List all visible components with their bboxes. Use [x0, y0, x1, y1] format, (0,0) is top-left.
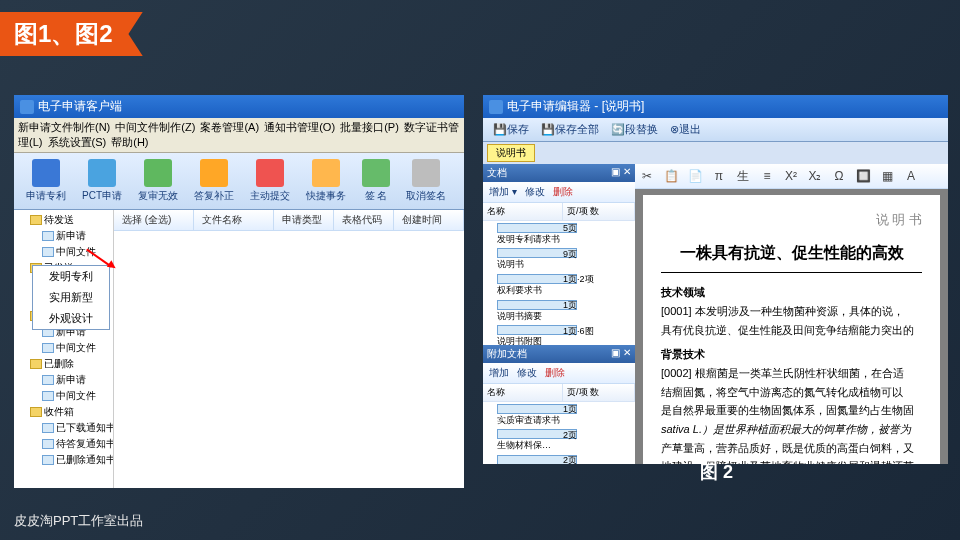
menu-item[interactable]: 系统设置(S) — [48, 136, 107, 148]
toolbar-button[interactable]: 快捷事务 — [298, 157, 354, 205]
file-icon — [42, 247, 54, 257]
tree-item[interactable]: 收件箱 — [16, 404, 111, 420]
list-item[interactable]: 说明书附图1页·6图 — [483, 324, 635, 346]
titlebar-1: 电子申请客户端 — [14, 95, 464, 118]
tree-item[interactable]: 待答复通知书 — [16, 436, 111, 452]
tree-item[interactable]: 已下载通知书 — [16, 420, 111, 436]
toolbar-icon: 🔄 — [611, 123, 625, 136]
tab-strip: 说明书 — [483, 142, 948, 164]
toolbar-button[interactable]: 🔄 段替换 — [605, 120, 664, 139]
folder-icon — [30, 407, 42, 417]
app-icon — [20, 100, 34, 114]
section-heading: 技术领域 — [661, 283, 922, 302]
left-pane: 文档▣ ✕ 增加 ▾ 修改 删除 名称页/项 数 发明专利请求书5页说明书9页权… — [483, 164, 635, 464]
paragraph: 产草量高，营养品质好，既是优质的高蛋白饲料，又 — [661, 439, 922, 458]
dropdown-item[interactable]: 实用新型 — [33, 287, 109, 308]
add-button[interactable]: 增加 ▾ — [485, 184, 521, 200]
doc-list[interactable]: 名称页/项 数 发明专利请求书5页说明书9页权利要求书1页·2项说明书摘要1页说… — [483, 203, 635, 345]
list-header: 选择 (全选) 文件名称 申请类型 表格代码 创建时间 — [114, 210, 464, 231]
folder-icon — [30, 359, 42, 369]
file-icon — [42, 423, 54, 433]
list-item[interactable]: 发明专利请求书5页 — [483, 221, 635, 247]
tree-item[interactable]: 已删除 — [16, 356, 111, 372]
tree-item[interactable]: 待发送 — [16, 212, 111, 228]
tree-item[interactable]: 中间文件 — [16, 388, 111, 404]
toolbar-button[interactable]: 取消签名 — [398, 157, 454, 205]
format-button[interactable]: ▦ — [878, 167, 896, 185]
file-icon — [42, 439, 54, 449]
file-icon — [42, 455, 54, 465]
toolbar-button[interactable]: 💾 保存全部 — [535, 120, 605, 139]
format-button[interactable]: 📄 — [686, 167, 704, 185]
format-button[interactable]: X₂ — [806, 167, 824, 185]
section-heading: 背景技术 — [661, 345, 922, 364]
folder-icon — [30, 215, 42, 225]
add-button[interactable]: 增加 — [485, 365, 513, 381]
format-button[interactable]: Ω — [830, 167, 848, 185]
menu-item[interactable]: 通知书管理(O) — [264, 121, 335, 133]
menu-item[interactable]: 中间文件制作(Z) — [115, 121, 195, 133]
toolbar-icon — [256, 159, 284, 187]
toolbar-button[interactable]: 申请专利 — [18, 157, 74, 205]
toolbar-icon — [32, 159, 60, 187]
tree-item[interactable]: 中间文件 — [16, 340, 111, 356]
format-button[interactable]: ✂ — [638, 167, 656, 185]
tab-specification[interactable]: 说明书 — [487, 144, 535, 162]
list-item[interactable]: 生物材料保…2页 — [483, 428, 635, 454]
format-button[interactable]: ≡ — [758, 167, 776, 185]
format-button[interactable]: 生 — [734, 167, 752, 185]
menubar-1[interactable]: 新申请文件制作(N) 中间文件制作(Z) 案卷管理(A) 通知书管理(O) 批量… — [14, 118, 464, 153]
list-item[interactable]: 实质审查请求书1页 — [483, 402, 635, 428]
paragraph: 是自然界最重要的生物固氮体系，固氮量约占生物固 — [661, 401, 922, 420]
delete-button[interactable]: 删除 — [541, 365, 569, 381]
format-button[interactable]: 🔲 — [854, 167, 872, 185]
caption-1: 图 1 — [215, 460, 248, 484]
col-time[interactable]: 创建时间 — [394, 210, 464, 230]
doc-format-toolbar: ✂📋📄π生≡X²X₂Ω🔲▦A — [635, 164, 948, 189]
toolbar-button[interactable]: 答复补正 — [186, 157, 242, 205]
toolbar-icon — [312, 159, 340, 187]
document-page[interactable]: 说 明 书 一株具有抗逆、促生性能的高效 技术领域 [0001] 本发明涉及一种… — [643, 195, 940, 464]
titlebar-2: 电子申请编辑器 - [说明书] — [483, 95, 948, 118]
format-button[interactable]: π — [710, 167, 728, 185]
toolbar-button[interactable]: 复审无效 — [130, 157, 186, 205]
delete-button[interactable]: 删除 — [549, 184, 577, 200]
format-button[interactable]: A — [902, 167, 920, 185]
menu-item[interactable]: 帮助(H) — [111, 136, 148, 148]
tree-item[interactable]: 已删除通知书 — [16, 452, 111, 468]
toolbar-button[interactable]: PCT申请 — [74, 157, 130, 205]
menu-item[interactable]: 案卷管理(A) — [200, 121, 259, 133]
edit-button[interactable]: 修改 — [513, 365, 541, 381]
panel-controls-icon[interactable]: ▣ ✕ — [611, 347, 631, 361]
toolbar-button[interactable]: ⊗ 退出 — [664, 120, 707, 139]
menu-item[interactable]: 批量接口(P) — [340, 121, 399, 133]
list-item[interactable]: 权利要求书1页·2项 — [483, 272, 635, 298]
toolbar-button[interactable]: 主动提交 — [242, 157, 298, 205]
attach-list[interactable]: 名称页/项 数 实质审查请求书1页生物材料保…2页生物材料存…2页专利费减免… — [483, 384, 635, 464]
col-name[interactable]: 文件名称 — [194, 210, 274, 230]
doc-panel-title: 文档▣ ✕ — [483, 164, 635, 182]
attach-panel-title: 附加文档▣ ✕ — [483, 345, 635, 363]
dropdown-item[interactable]: 外观设计 — [33, 308, 109, 329]
toolbar-icon — [412, 159, 440, 187]
format-button[interactable]: X² — [782, 167, 800, 185]
list-item[interactable]: 说明书摘要1页 — [483, 298, 635, 324]
panel-controls-icon[interactable]: ▣ ✕ — [611, 166, 631, 180]
edit-button[interactable]: 修改 — [521, 184, 549, 200]
tree-item[interactable]: 新申请 — [16, 372, 111, 388]
tree-item[interactable]: 新申请 — [16, 228, 111, 244]
file-list: 选择 (全选) 文件名称 申请类型 表格代码 创建时间 — [114, 210, 464, 488]
menu-item[interactable]: 新申请文件制作(N) — [18, 121, 110, 133]
col-type[interactable]: 申请类型 — [274, 210, 334, 230]
toolbar-button[interactable]: 签 名 — [354, 157, 398, 205]
format-button[interactable]: 📋 — [662, 167, 680, 185]
toolbar-icon — [200, 159, 228, 187]
paragraph: [0001] 本发明涉及一种生物菌种资源，具体的说， — [661, 302, 922, 321]
top-toolbar-2: 💾 保存💾 保存全部🔄 段替换⊗ 退出 — [483, 118, 948, 142]
toolbar-button[interactable]: 💾 保存 — [487, 120, 535, 139]
col-code[interactable]: 表格代码 — [334, 210, 394, 230]
list-item[interactable]: 生物材料存…2页 — [483, 453, 635, 464]
window-title-2: 电子申请编辑器 - [说明书] — [507, 98, 644, 115]
col-select[interactable]: 选择 (全选) — [114, 210, 194, 230]
list-item[interactable]: 说明书9页 — [483, 247, 635, 273]
